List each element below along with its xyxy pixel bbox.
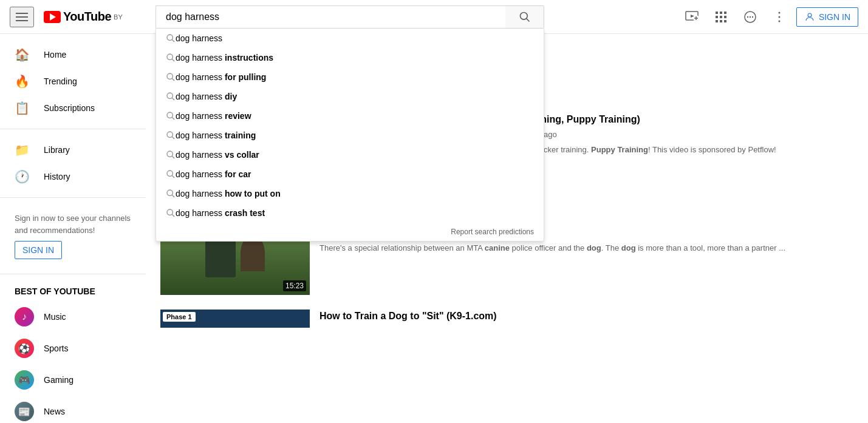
svg-rect-27 — [716, 12, 718, 14]
sidebar-item-label: History — [44, 172, 70, 181]
video-title-sit[interactable]: How to Train a Dog to "Sit" (K9-1.com) — [320, 310, 853, 323]
news-icon: 📰 — [15, 402, 34, 421]
sidebar-item-news[interactable]: 📰 News — [0, 396, 146, 423]
apps-button[interactable] — [709, 5, 733, 29]
autocomplete-text: dog harness for pulling — [176, 72, 266, 82]
autocomplete-search-icon — [166, 33, 176, 43]
svg-point-37 — [747, 16, 748, 17]
svg-point-4 — [167, 54, 173, 59]
svg-point-40 — [778, 12, 780, 13]
svg-rect-29 — [724, 12, 726, 14]
svg-line-1 — [526, 18, 529, 21]
svg-rect-32 — [724, 16, 726, 18]
upload-icon — [685, 10, 699, 24]
svg-line-9 — [172, 98, 174, 100]
autocomplete-search-icon — [166, 208, 176, 218]
search-icon — [519, 11, 531, 23]
autocomplete-search-icon — [166, 72, 176, 82]
sidebar-item-sports[interactable]: ⚽ Sports — [0, 333, 146, 364]
autocomplete-item[interactable]: dog harness crash test — [156, 203, 544, 223]
more-options-button[interactable] — [767, 5, 791, 29]
sidebar-item-label: Home — [44, 50, 66, 59]
trending-icon: 🔥 — [15, 74, 29, 89]
svg-point-42 — [778, 20, 780, 22]
autocomplete-item[interactable]: dog harness for car — [156, 164, 544, 184]
autocomplete-text: dog harness diy — [176, 92, 237, 101]
autocomplete-item[interactable]: dog harness training — [156, 126, 544, 145]
video-thumbnail-sit[interactable]: Phase 1 — [160, 310, 310, 328]
video-item-sit: Phase 1 How to Train a Dog to "Sit" (K9-… — [160, 310, 853, 328]
autocomplete-text: dog harness — [176, 33, 222, 43]
report-predictions-link[interactable]: Report search predictions — [156, 223, 544, 241]
sidebar-item-label: Subscriptions — [44, 103, 95, 113]
promo-text: Sign in now to see your channels and rec… — [15, 214, 131, 235]
menu-button[interactable] — [10, 7, 34, 27]
svg-point-43 — [808, 13, 812, 17]
svg-line-7 — [172, 78, 174, 81]
header: YouTubeBY dog harness dog harness instr — [0, 0, 868, 34]
sign-in-header-button[interactable]: SIGN IN — [796, 7, 858, 27]
sidebar-item-home[interactable]: 🏠 Home — [0, 41, 146, 68]
apps-icon — [714, 10, 728, 24]
messages-button[interactable] — [738, 5, 762, 29]
sidebar-item-trending[interactable]: 🔥 Trending — [0, 68, 146, 95]
gaming-icon: 🎮 — [15, 370, 34, 390]
messages-icon — [743, 10, 757, 24]
svg-point-8 — [167, 93, 173, 98]
svg-point-39 — [752, 16, 753, 17]
sidebar-divider — [0, 129, 146, 129]
best-of-label: Music — [44, 312, 66, 322]
youtube-logo-icon — [44, 11, 61, 23]
autocomplete-item[interactable]: dog harness — [156, 29, 544, 48]
sidebar-item-library[interactable]: 📁 Library — [0, 137, 146, 163]
logo-link[interactable]: YouTubeBY — [44, 10, 123, 24]
search-area: dog harness dog harness instructions dog… — [155, 5, 544, 29]
sign-in-promo-button[interactable]: SIGN IN — [15, 241, 62, 259]
sidebar-item-subscriptions[interactable]: 📋 Subscriptions — [0, 95, 146, 121]
sidebar-item-gaming[interactable]: 🎮 Gaming — [0, 364, 146, 396]
svg-line-15 — [172, 156, 174, 158]
sidebar-item-label: Library — [44, 145, 70, 155]
svg-point-0 — [520, 12, 527, 19]
best-of-label: Gaming — [44, 375, 73, 385]
svg-point-16 — [167, 171, 173, 176]
autocomplete-search-icon — [166, 150, 176, 160]
sidebar-item-history[interactable]: 🕐 History — [0, 163, 146, 190]
search-input[interactable] — [155, 5, 505, 29]
search-button[interactable] — [505, 5, 544, 29]
autocomplete-item[interactable]: dog harness diy — [156, 87, 544, 106]
autocomplete-dropdown: dog harness dog harness instructions dog… — [155, 29, 544, 242]
autocomplete-text: dog harness review — [176, 111, 251, 121]
svg-rect-33 — [716, 20, 718, 22]
search-form: dog harness dog harness instructions dog… — [155, 5, 544, 29]
sidebar-item-music[interactable]: ♪ Music — [0, 301, 146, 333]
autocomplete-text: dog harness for car — [176, 169, 251, 179]
autocomplete-text: dog harness crash test — [176, 208, 265, 218]
svg-rect-31 — [720, 16, 722, 18]
account-icon — [804, 12, 815, 22]
sign-in-promo: Sign in now to see your channels and rec… — [0, 205, 146, 266]
autocomplete-item[interactable]: dog harness vs collar — [156, 145, 544, 164]
svg-rect-34 — [720, 20, 722, 22]
svg-line-11 — [172, 117, 174, 120]
autocomplete-item[interactable]: dog harness instructions — [156, 48, 544, 67]
logo-text: YouTube — [63, 10, 111, 24]
best-of-label: Sports — [44, 343, 68, 353]
sidebar-item-label: Trending — [44, 76, 77, 86]
header-left: YouTubeBY — [10, 7, 155, 27]
svg-rect-30 — [716, 16, 718, 18]
svg-line-13 — [172, 137, 174, 139]
phase-badge: Phase 1 — [163, 312, 196, 322]
autocomplete-item[interactable]: dog harness how to put on — [156, 184, 544, 203]
video-desc-police: There's a special relationship between a… — [320, 242, 853, 254]
autocomplete-text: dog harness how to put on — [176, 189, 281, 198]
upload-button[interactable] — [680, 5, 704, 29]
autocomplete-item[interactable]: dog harness review — [156, 106, 544, 126]
svg-line-17 — [172, 175, 174, 178]
sidebar-divider-2 — [0, 197, 146, 198]
home-icon: 🏠 — [15, 47, 29, 62]
autocomplete-item[interactable]: dog harness for pulling — [156, 67, 544, 87]
autocomplete-search-icon — [166, 130, 176, 140]
svg-point-20 — [167, 209, 173, 215]
sign-in-header-label: SIGN IN — [819, 12, 850, 22]
